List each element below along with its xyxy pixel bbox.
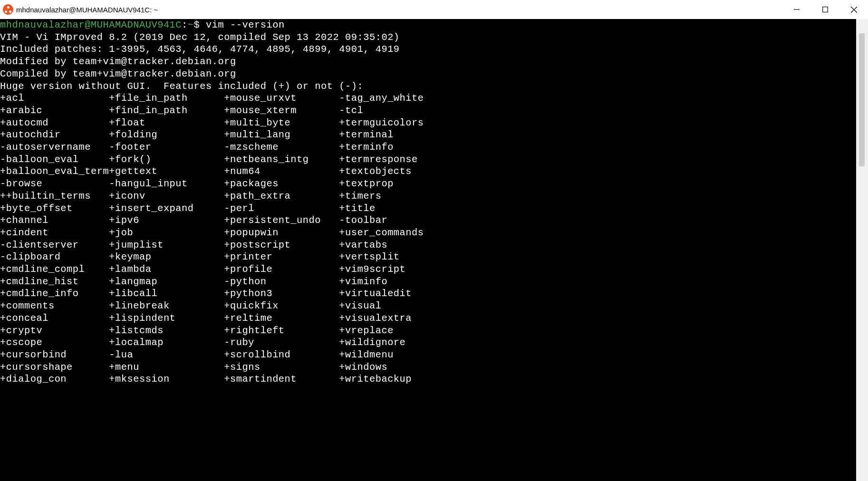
scrollbar-track[interactable] [856,19,868,481]
titlebar[interactable]: mhdnauvalazhar@MUHAMADNAUV941C: ~ [0,0,868,19]
titlebar-left: mhdnauvalazhar@MUHAMADNAUV941C: ~ [3,4,158,15]
terminal-container: mhdnauvalazhar@MUHAMADNAUV941C:~$ vim --… [0,19,868,481]
window-title: mhdnauvalazhar@MUHAMADNAUV941C: ~ [16,6,158,14]
svg-rect-1 [823,7,828,12]
window-controls [782,0,868,19]
scrollbar-thumb[interactable] [859,33,865,166]
ubuntu-icon [3,4,13,15]
terminal-body[interactable]: mhdnauvalazhar@MUHAMADNAUV941C:~$ vim --… [0,19,856,481]
maximize-button[interactable] [811,0,839,19]
minimize-button[interactable] [782,0,811,19]
close-button[interactable] [839,0,868,19]
terminal-window: mhdnauvalazhar@MUHAMADNAUV941C: ~ mhdnau… [0,0,868,481]
